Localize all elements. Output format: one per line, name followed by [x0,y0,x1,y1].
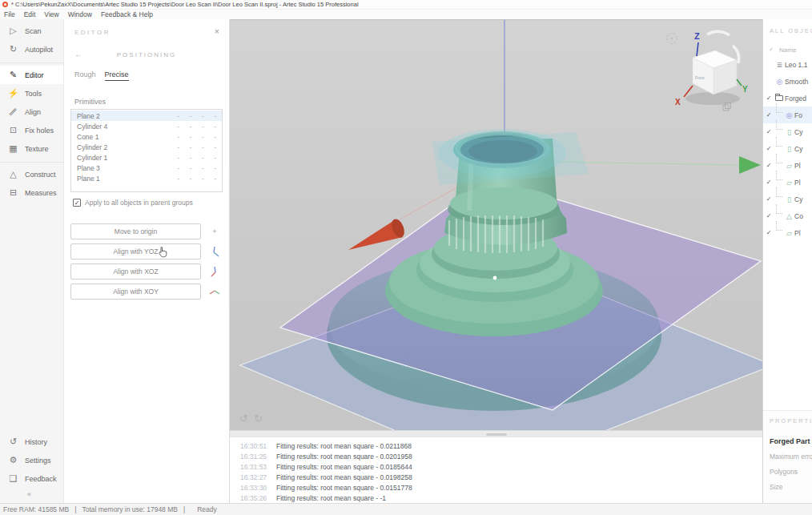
visibility-check[interactable]: ✓ [763,145,774,152]
property-polygons: Polygons [770,468,812,476]
menu-view[interactable]: View [44,10,58,18]
tree-connector [776,221,782,231]
primitive-row-cylinder-4[interactable]: Cylinder 4 - - - - [71,121,222,131]
layers-icon: ≣ [774,61,785,69]
cone-icon: △ [784,212,794,220]
align-xoy-button[interactable]: Align with XOY [70,284,201,300]
redo-icon[interactable]: ↻ [254,412,263,424]
sidebar-label-align: Align [25,108,41,116]
visibility-check[interactable]: ✓ [763,179,774,186]
sidebar-item-tools[interactable]: ⚡ Tools [0,84,63,103]
sidebar-label-construct: Construct [25,171,56,179]
object-label: Pl [794,229,801,237]
visibility-column-icon: ✓ [763,46,779,53]
object-label: Fo [794,111,802,119]
primitive-name: Cylinder 1 [77,154,107,162]
tree-row-cylinder[interactable]: ✓ ▯ Cy [763,123,812,140]
visibility-check[interactable]: ✓ [763,95,774,102]
tab-precise[interactable]: Precise [105,70,129,81]
menu-window[interactable]: Window [68,10,92,18]
primitive-row-plane-1[interactable]: Plane 1 - - - - [71,173,222,183]
sidebar-item-history[interactable]: ↺ History [0,433,63,451]
texture-icon: ▦ [7,143,19,154]
sidebar-collapse-button[interactable]: « [0,488,63,498]
title-bar: * C:\Users\PekunZaxX\Documents\Artec Stu… [0,0,812,10]
main-sidebar: ▷ Scan ↻ Autopilot ✎ Editor ⚡ Tools ∥ Al… [0,19,64,503]
visibility-check[interactable]: ✓ [763,162,774,169]
3d-viewport[interactable]: Front Z X Y ↺ ↻ [230,19,762,430]
log-message: Fitting results: root mean square - 0.01… [276,473,412,481]
sidebar-item-settings[interactable]: ⚙ Settings [0,451,63,469]
tree-connector [776,137,782,147]
apply-parent-groups-row: ✓ Apply to all objects in parent groups [73,199,193,207]
sidebar-item-editor[interactable]: ✎ Editor [0,66,63,84]
object-label: Smooth [785,78,808,86]
tree-row-plane[interactable]: ✓ ▱ Pl [763,224,812,241]
primitive-row-cone-1[interactable]: Cone 1 - - - - [71,131,222,142]
tree-row-leo[interactable]: ≣ Leo 1.1 [763,56,812,73]
visibility-check[interactable]: ✓ [763,195,774,203]
log-message: Fitting results: root mean square - 0.02… [276,453,412,461]
sidebar-item-scan[interactable]: ▷ Scan [0,22,63,40]
align-xoz-button[interactable]: Align with XOZ [70,264,201,280]
memory-status: Total memory in use: 17948 MB [82,505,178,513]
navigation-cube[interactable]: Front Z X Y [667,31,749,111]
align-yoz-button[interactable]: Align with YOZ [70,243,201,260]
log-entry: 16:30:51 Fitting results: root mean squa… [230,441,762,451]
tree-row-smooth[interactable]: ◎ Smooth [763,73,812,90]
folder-icon [775,95,783,101]
properties-header: PROPERTIES [770,417,812,424]
sidebar-item-measures[interactable]: ⊟ Measures [0,183,63,202]
tree-row-forged-group[interactable]: ✓ Forged [763,90,812,107]
log-time: 16:35:26 [240,494,269,502]
pencil-icon: ✎ [7,70,19,80]
editor-panel: EDITOR × ← POSITIONING Rough Precise Pri… [64,19,230,503]
visibility-check[interactable]: ✓ [763,229,774,236]
primitive-row-plane-2[interactable]: Plane 2 - - - - [71,111,222,121]
tab-rough[interactable]: Rough [74,70,96,81]
menu-file[interactable]: File [4,10,15,18]
move-to-origin-button[interactable]: Move to origin [70,223,201,239]
primitive-name: Cylinder 4 [77,123,107,131]
menu-feedback-help[interactable]: Feedback & Help [101,10,153,18]
primitive-row-plane-3[interactable]: Plane 3 - - - - [71,163,222,173]
close-icon[interactable]: × [215,26,219,36]
property-maximum-error: Maximum error [770,453,812,461]
rotate-arrow-top-icon[interactable] [707,31,730,35]
tree-row-cone[interactable]: ✓ △ Co [763,207,812,224]
plane-icon: ▱ [784,229,794,237]
primitive-row-cylinder-1[interactable]: Cylinder 1 - - - - [71,152,222,163]
primitive-row-cylinder-2[interactable]: Cylinder 2 - - - - [71,142,222,152]
sidebar-item-texture[interactable]: ▦ Texture [0,139,63,158]
tree-row-cylinder[interactable]: ✓ ▯ Cy [763,191,812,207]
viewport-scene: Front Z X Y ↺ ↻ [230,20,762,431]
visibility-check[interactable]: ✓ [763,111,774,119]
primitive-name: Cylinder 2 [77,143,107,151]
sidebar-label-texture: Texture [25,145,49,153]
tree-row-plane[interactable]: ✓ ▱ Pl [763,174,812,191]
tree-row-forged-part[interactable]: ✓ ◎ Fo [763,107,812,123]
log-message: Fitting results: root mean square - 0.02… [276,442,412,450]
apply-checkbox[interactable]: ✓ [73,199,81,207]
y-axis-arrowhead [739,156,761,174]
sidebar-item-autopilot[interactable]: ↻ Autopilot [0,40,63,58]
object-label: Pl [794,179,801,187]
sidebar-label-feedback: Feedback [25,475,57,483]
cylinder-icon: ▯ [784,195,794,203]
log-resize-handle[interactable] [230,430,762,437]
primitive-values: - - - - [178,175,216,183]
sidebar-item-construct[interactable]: △ Construct [0,165,63,183]
mesh-icon: ◎ [784,111,794,119]
tree-row-cylinder[interactable]: ✓ ▯ Cy [763,140,812,157]
sidebar-item-feedback[interactable]: ❑ Feedback [0,469,63,488]
button-label: Move to origin [115,227,157,235]
sidebar-label-fix-holes: Fix holes [25,127,54,135]
positioning-title: POSITIONING [64,51,229,58]
tree-row-plane[interactable]: ✓ ▱ Pl [763,157,812,174]
menu-edit[interactable]: Edit [24,10,36,18]
sidebar-item-align[interactable]: ∥ Align [0,103,63,121]
visibility-check[interactable]: ✓ [763,212,774,219]
sidebar-item-fix-holes[interactable]: ⊡ Fix holes [0,121,63,139]
visibility-check[interactable]: ✓ [763,128,774,135]
undo-icon[interactable]: ↺ [239,412,248,424]
